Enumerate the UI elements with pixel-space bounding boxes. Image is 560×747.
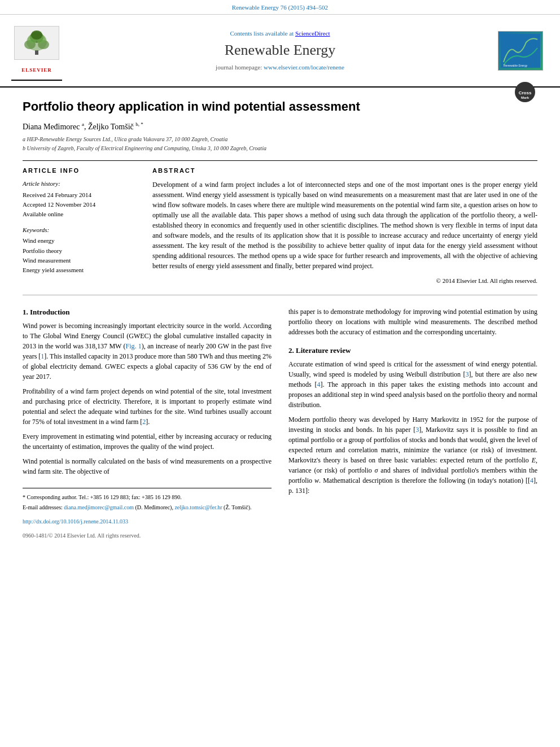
authors-line: Diana Međimorec a, Željko Tomšič b, * [23,121,537,132]
info-abstract-section: ARTICLE INFO Article history: Received 2… [23,167,537,286]
intro-para-1: Wind power is becoming increasingly impo… [23,321,272,382]
ref4b-link[interactable]: 4 [530,477,533,484]
keyword-energy-yield: Energy yield assessment [23,266,135,274]
affiliations: a HEP-Renewable Energy Sources Ltd., Uli… [23,136,537,152]
elsevier-logo: ELSEVIER [11,20,62,81]
footnote-corresponding: * Corresponding author. Tel.: +385 16 12… [23,493,272,501]
lit-review-para-1: Accurate estimation of wind speed is cri… [288,359,537,410]
email1-link[interactable]: diana.medjimorec@gmail.com [64,504,134,510]
ref2-link[interactable]: 2 [142,418,146,426]
abstract-header: ABSTRACT [152,167,537,175]
affiliation-a: a HEP-Renewable Energy Sources Ltd., Uli… [23,136,537,143]
sciencedirect-anchor[interactable]: ScienceDirect [295,30,330,37]
intro-para-3: Every improvement in estimating wind pot… [23,431,272,452]
abstract-text: Development of a wind farm project inclu… [152,180,537,271]
main-content: Cross Mark Portfolio theory application … [0,88,560,551]
article-info-header: ARTICLE INFO [23,167,135,175]
journal-homepage: journal homepage: www.elsevier.com/locat… [68,63,492,72]
intro-para-4: Wind potential is normally calculated on… [23,456,272,477]
cover-svg: Renewable Energy [501,34,540,68]
svg-rect-0 [35,50,38,55]
article-title: Portfolio theory application in wind pot… [23,99,537,115]
crossmark-badge[interactable]: Cross Mark [515,82,537,104]
article-info-col: ARTICLE INFO Article history: Received 2… [23,167,135,286]
available-online: Available online [23,210,135,219]
elsevier-logo-image [14,26,59,60]
journal-center: Contents lists available at ScienceDirec… [68,29,492,72]
keyword-wind-measurement: Wind measurement [23,256,135,265]
footer-doi: http://dx.doi.org/10.1016/j.renene.2014.… [23,517,272,526]
affiliation-b: b University of Zagreb, Faculty of Elect… [23,145,537,152]
journal-citation: Renewable Energy 76 (2015) 494–502 [0,0,560,15]
article-history-label: Article history: [23,180,135,188]
body-two-col: 1. Introduction Wind power is becoming i… [23,307,537,540]
lit-review-para-2: Modern portfolio theory was developed by… [288,414,537,496]
homepage-link[interactable]: www.elsevier.com/locate/renene [264,64,344,71]
elsevier-tree-svg [20,30,54,56]
sciencedirect-link: Contents lists available at ScienceDirec… [68,29,492,38]
lit-review-heading: 2. Literature review [288,345,537,356]
divider-top [23,160,537,161]
received-date: Received 24 February 2014 [23,191,135,199]
copyright: © 2014 Elsevier Ltd. All rights reserved… [152,277,537,285]
keywords-label: Keywords: [23,226,135,234]
intro-para-2: Profitability of a wind farm project dep… [23,386,272,427]
intro-heading: 1. Introduction [23,307,272,318]
abstract-col: ABSTRACT Development of a wind farm proj… [152,167,537,286]
ref3-link[interactable]: 3 [465,370,469,378]
keywords-section: Keywords: Wind energy Portfolio theory W… [23,226,135,275]
divider-after-abstract [23,295,537,295]
keyword-portfolio-theory: Portfolio theory [23,247,135,255]
keyword-wind-energy: Wind energy [23,237,135,245]
footer-issn: 0960-1481/© 2014 Elsevier Ltd. All right… [23,531,272,540]
journal-cover-image: Renewable Energy [498,31,549,71]
svg-point-7 [31,30,42,40]
doi-link[interactable]: http://dx.doi.org/10.1016/j.renene.2014.… [23,518,128,525]
ref4-link[interactable]: 4 [317,381,321,388]
body-content: 1. Introduction Wind power is becoming i… [23,307,537,540]
journal-title: Renewable Energy [68,40,492,60]
elsevier-brand-text: ELSEVIER [21,67,52,74]
fig1-link[interactable]: Fig. 1 [125,342,141,350]
footnote-emails: E-mail addresses: diana.medjimorec@gmail… [23,503,272,512]
svg-text:Cross: Cross [519,90,532,95]
body-left-col: 1. Introduction Wind power is becoming i… [23,307,272,540]
ref1-link[interactable]: 1 [41,352,44,360]
svg-text:Mark: Mark [521,96,530,99]
accepted-date: Accepted 12 November 2014 [23,200,135,209]
svg-text:Renewable Energy: Renewable Energy [504,64,528,67]
body-right-col: this paper is to demonstrate methodology… [288,307,537,540]
issn-text: 0960-1481/© 2014 Elsevier Ltd. All right… [23,532,141,539]
footnotes: * Corresponding author. Tel.: +385 16 12… [23,488,272,512]
journal-header: ELSEVIER Contents lists available at Sci… [0,15,560,88]
email2-link[interactable]: zeljko.tomsic@fer.hr [174,504,222,510]
ref3b-link[interactable]: 3 [415,426,419,434]
intro-cont-para: this paper is to demonstrate methodology… [288,307,537,337]
cover-thumbnail: Renewable Energy [498,31,543,71]
